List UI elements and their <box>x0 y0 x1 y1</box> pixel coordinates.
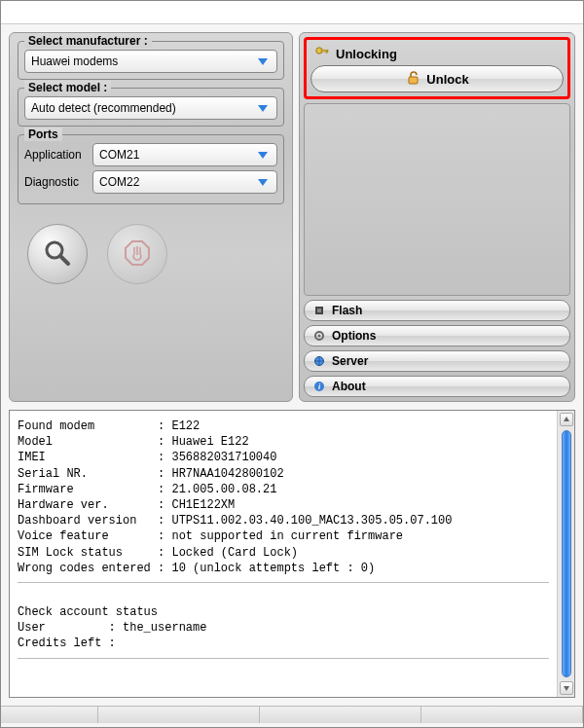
flash-tab[interactable]: Flash <box>304 300 570 321</box>
chevron-down-icon <box>255 54 271 69</box>
scroll-up-arrow[interactable] <box>560 413 573 426</box>
svg-marker-1 <box>258 105 268 112</box>
svg-marker-3 <box>258 179 268 186</box>
model-label: Select model : <box>24 81 111 94</box>
diagnostic-port-select[interactable]: COM22 <box>92 170 277 194</box>
about-label: About <box>332 380 366 393</box>
unlocking-title: Unlocking <box>336 47 397 61</box>
gear-icon <box>312 329 326 343</box>
globe-icon <box>312 354 326 368</box>
chevron-down-icon <box>255 100 271 116</box>
unlocking-panel: Unlocking Unlock <box>304 37 570 99</box>
svg-marker-19 <box>564 686 569 691</box>
main-area: Select manufacturer : Huawei modems Sele… <box>1 24 583 410</box>
stop-hand-icon <box>123 238 152 271</box>
application-port-label: Application <box>24 148 87 162</box>
svg-marker-18 <box>564 417 569 421</box>
key-icon <box>314 46 330 61</box>
manufacturer-value: Huawei modems <box>31 55 118 68</box>
action-buttons <box>27 224 284 284</box>
manufacturer-group: Select manufacturer : Huawei modems <box>18 41 284 80</box>
search-button[interactable] <box>27 224 88 284</box>
server-label: Server <box>332 354 368 368</box>
svg-rect-12 <box>317 309 321 312</box>
application-port-value: COM21 <box>99 148 139 162</box>
model-group: Select model : Auto detect (recommended) <box>18 88 284 127</box>
model-select[interactable]: Auto detect (recommended) <box>24 96 277 120</box>
content-area <box>304 103 570 296</box>
svg-marker-0 <box>258 58 268 65</box>
stop-button <box>107 224 167 284</box>
options-tab[interactable]: Options <box>304 325 570 346</box>
svg-rect-9 <box>326 52 327 54</box>
status-cell <box>98 707 260 723</box>
right-panel: Unlocking Unlock Flash <box>299 32 575 402</box>
log-area: Found modem : E122 Model : Huawei E122 I… <box>9 410 575 698</box>
about-tab[interactable]: i About <box>304 376 570 397</box>
chevron-down-icon <box>255 147 271 163</box>
unlocking-header: Unlocking <box>310 44 564 65</box>
status-cell <box>260 707 421 723</box>
svg-rect-10 <box>409 77 418 84</box>
manufacturer-select[interactable]: Huawei modems <box>24 50 277 73</box>
server-tab[interactable]: Server <box>304 350 570 372</box>
svg-marker-2 <box>258 152 268 159</box>
model-value: Auto detect (recommended) <box>31 101 176 115</box>
menu-bar <box>1 1 583 24</box>
unlock-icon <box>405 70 420 89</box>
flash-label: Flash <box>332 304 362 317</box>
diagnostic-port-label: Diagnostic <box>24 175 87 189</box>
unlock-button[interactable]: Unlock <box>310 65 564 92</box>
info-icon: i <box>312 380 326 393</box>
ports-group: Ports Application COM21 Diagnostic COM22 <box>18 134 284 204</box>
options-label: Options <box>332 329 376 343</box>
scrollbar[interactable] <box>557 411 574 697</box>
diagnostic-port-value: COM22 <box>99 175 139 189</box>
ports-label: Ports <box>24 127 62 141</box>
status-cell <box>421 707 583 723</box>
magnifier-icon <box>42 237 73 272</box>
log-text[interactable]: Found modem : E122 Model : Huawei E122 I… <box>10 411 557 697</box>
manufacturer-label: Select manufacturer : <box>24 34 152 48</box>
left-panel: Select manufacturer : Huawei modems Sele… <box>9 32 293 402</box>
scroll-down-arrow[interactable] <box>560 681 573 695</box>
svg-point-14 <box>318 335 321 338</box>
status-cell <box>1 707 98 723</box>
scroll-thumb[interactable] <box>562 430 571 677</box>
chevron-down-icon <box>255 174 271 190</box>
svg-line-5 <box>60 256 68 264</box>
status-bar <box>1 706 583 723</box>
unlock-button-label: Unlock <box>426 72 468 87</box>
application-port-select[interactable]: COM21 <box>92 143 277 166</box>
chip-icon <box>312 304 326 317</box>
